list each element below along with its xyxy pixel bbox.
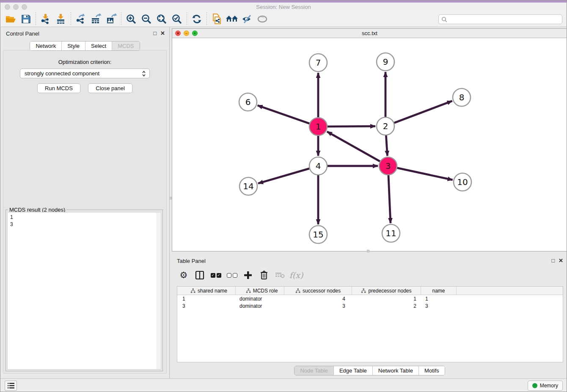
table-row[interactable]: 3 dominator 3 2 3 [177, 302, 563, 309]
eye-icon[interactable] [255, 12, 270, 26]
column-header[interactable]: MCDS role [236, 287, 284, 295]
network-window-titlebar[interactable]: ✕ − + scc.txt [172, 29, 567, 38]
tab-edge-table[interactable]: Edge Table [334, 366, 373, 375]
memory-button[interactable]: Memory [528, 381, 563, 391]
node-table[interactable]: shared name MCDS role successor nodes pr… [177, 286, 563, 362]
tree-icon [246, 288, 251, 293]
column-header[interactable]: shared name [177, 287, 236, 295]
tree-icon [295, 288, 300, 293]
column-header[interactable]: predecessor nodes [352, 287, 421, 295]
graph-edge[interactable] [386, 135, 387, 156]
splitter-grip[interactable] [169, 197, 172, 199]
application-window: Session: New Session [0, 0, 567, 392]
network-window-title: scc.txt [172, 30, 567, 36]
tab-style[interactable]: Style [62, 41, 85, 50]
table-row[interactable]: 1 dominator 4 1 1 [177, 295, 563, 302]
toolbar-separator [206, 12, 207, 26]
tab-node-table[interactable]: Node Table [295, 366, 334, 375]
graph-edge[interactable] [328, 126, 375, 127]
toolbar-separator [121, 12, 121, 26]
zoom-selected-icon[interactable] [169, 12, 184, 26]
zoom-out-icon[interactable] [139, 12, 154, 26]
status-bar: Memory [0, 378, 567, 392]
close-panel-button[interactable]: Close panel [88, 83, 132, 93]
mcds-result-line: 1 [8, 213, 161, 221]
show-column-panel-icon[interactable] [193, 269, 206, 282]
graph-node-label: 4 [316, 161, 321, 171]
search-box[interactable] [438, 14, 562, 24]
criterion-value: strongly connected component [25, 70, 99, 77]
column-header[interactable]: name [421, 287, 457, 295]
graph-node-label: 15 [313, 229, 323, 240]
graph-node-label: 3 [385, 161, 391, 171]
tree-icon [361, 288, 366, 293]
import-network-icon[interactable] [38, 12, 53, 26]
deselect-all-columns-icon[interactable] [225, 269, 239, 282]
mcds-result-line: 3 [8, 221, 161, 228]
export-image-icon[interactable] [104, 12, 119, 26]
graph-node-label: 9 [383, 57, 388, 67]
network-canvas[interactable]: 7968124314101511 [172, 38, 567, 251]
graph-edge[interactable] [258, 105, 310, 124]
clone-network-icon[interactable] [209, 12, 224, 26]
graph-node-label: 14 [243, 181, 253, 191]
tab-network[interactable]: Network [30, 41, 62, 50]
table-panel-title: Table Panel [177, 258, 206, 264]
graph-edge[interactable] [327, 132, 380, 161]
zoom-fit-icon[interactable] [154, 12, 169, 26]
column-header[interactable]: successor nodes [284, 287, 352, 295]
float-panel-icon[interactable]: □ [551, 257, 555, 264]
tab-network-table[interactable]: Network Table [373, 366, 419, 375]
task-list-icon [7, 382, 15, 389]
eye-slash-icon[interactable] [239, 12, 255, 26]
graph-node-label: 10 [457, 177, 468, 187]
tab-motifs[interactable]: Motifs [419, 366, 445, 375]
splitter-grip[interactable] [367, 250, 369, 252]
criterion-dropdown[interactable]: strongly connected component [20, 69, 150, 78]
toolbar-separator [36, 12, 36, 26]
graph-node-label: 7 [316, 58, 321, 68]
graph-node-label: 1 [316, 121, 321, 132]
zoom-in-icon[interactable] [124, 12, 139, 26]
close-panel-icon[interactable]: ✕ [559, 257, 563, 264]
graph-node-label: 11 [385, 228, 396, 238]
delete-column-icon[interactable] [257, 269, 271, 282]
table-settings-icon[interactable]: ⚙ [177, 269, 190, 282]
import-table-icon[interactable] [53, 12, 69, 26]
task-history-button[interactable] [5, 381, 17, 391]
graph-edge[interactable] [258, 168, 309, 183]
open-folder-icon[interactable] [3, 12, 18, 26]
select-all-columns-icon[interactable]: ✓✓ [209, 269, 223, 282]
float-panel-icon[interactable]: □ [153, 30, 157, 36]
function-builder-icon[interactable]: f(x) [289, 269, 303, 282]
close-panel-icon[interactable]: ✕ [160, 30, 165, 36]
refresh-layout-icon[interactable] [189, 12, 204, 26]
graph-edge[interactable] [388, 175, 391, 223]
dropdown-arrows-icon [142, 70, 146, 78]
mcds-panel: Optimization criterion: strongly connect… [3, 50, 167, 374]
homes-icon[interactable] [224, 12, 239, 26]
tree-icon [190, 288, 195, 293]
tab-mcds[interactable]: MCDS [112, 41, 139, 50]
mcds-result-area[interactable]: 1 3 [7, 212, 161, 370]
run-mcds-button[interactable]: Run MCDS [37, 83, 80, 93]
mcds-result-box: MCDS result (2 nodes) 1 3 [6, 210, 163, 371]
toolbar-separator [187, 12, 187, 26]
graph-node-label: 8 [459, 92, 465, 102]
result-scrollbar[interactable] [156, 213, 161, 369]
tab-select[interactable]: Select [85, 41, 112, 50]
network-graph[interactable]: 7968124314101511 [172, 38, 567, 251]
delete-table-icon[interactable] [273, 269, 287, 282]
control-panel-title: Control Panel [6, 30, 39, 37]
export-network-icon[interactable] [73, 12, 88, 26]
main-toolbar [0, 11, 567, 27]
window-titlebar: Session: New Session [0, 3, 567, 11]
graph-edge[interactable] [394, 101, 452, 123]
search-input[interactable] [449, 17, 559, 22]
add-column-icon[interactable] [241, 269, 255, 282]
graph-edge[interactable] [397, 168, 453, 180]
export-table-icon[interactable] [88, 12, 104, 26]
optimization-criterion-label: Optimization criterion: [3, 59, 166, 65]
table-panel: Table Panel □ ✕ ⚙ ✓✓ [172, 254, 567, 378]
save-session-icon[interactable] [18, 12, 33, 26]
